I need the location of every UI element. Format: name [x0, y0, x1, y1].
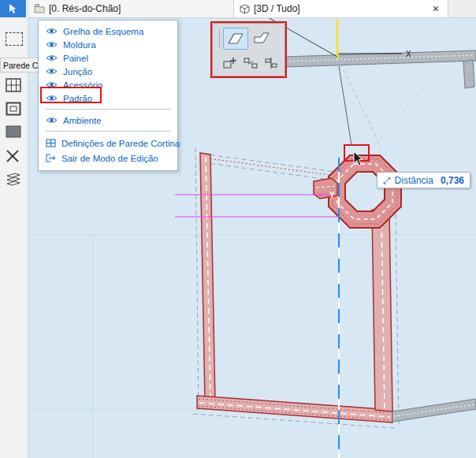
menu-item-scheme-grid[interactable]: Grelha de Esquema — [39, 24, 177, 38]
panel-tool[interactable] — [6, 125, 21, 138]
curtain-wall-left-mullion[interactable] — [200, 153, 215, 402]
junction-tool[interactable] — [6, 149, 20, 163]
panel-scheme-alt-icon — [253, 32, 270, 44]
panel-move-button[interactable] — [221, 54, 240, 73]
menu-item-accessory[interactable]: Acessório — [39, 78, 177, 91]
accessory-tool[interactable] — [6, 172, 21, 186]
menu-item-exit-edit-mode[interactable]: Sair de Modo de Edição — [39, 151, 177, 166]
menu-item-panel[interactable]: Painel — [39, 51, 177, 65]
beam-stub[interactable] — [463, 60, 474, 88]
panel-icon — [6, 125, 21, 138]
eye-icon — [46, 54, 58, 62]
menu-item-frame[interactable]: Moldura — [39, 38, 177, 51]
settings-panel-icon — [46, 139, 56, 147]
eye-icon — [46, 40, 58, 49]
distance-tooltip: ⤢ Distância 0,736 — [377, 172, 470, 188]
menu-item-label: Sair de Modo de Edição — [61, 154, 158, 163]
top-member-ghost-red — [203, 158, 347, 177]
eye-icon — [46, 67, 58, 76]
close-tab-button[interactable]: × — [430, 3, 442, 14]
tab-3d[interactable]: [3D / Tudo] × — [234, 0, 448, 17]
construction-guide — [370, 88, 422, 150]
eye-icon — [46, 116, 58, 125]
menu-separator — [45, 109, 171, 110]
eye-icon — [46, 94, 58, 102]
panel-scheme-button-selected[interactable] — [223, 28, 248, 50]
junction-icon — [6, 149, 20, 163]
menu-item-environment[interactable]: Ambiente — [39, 114, 177, 127]
accessory-icon — [6, 172, 21, 186]
tab-label: [0. Rés-do-Chão] — [49, 3, 121, 14]
menu-item-label: Ambiente — [63, 116, 102, 125]
tab-bar: [0. Rés-do-Chão] [3D / Tudo] × — [28, 0, 476, 18]
arrow-cursor-icon — [9, 3, 18, 14]
selection-outline — [396, 214, 399, 424]
top-member-ghost — [203, 154, 347, 173]
menu-item-label: Moldura — [63, 40, 96, 50]
curtain-wall-bottom-mullion[interactable] — [197, 396, 392, 423]
selection-outline — [195, 147, 199, 410]
axis-y-label: Y — [329, 191, 335, 199]
menu-item-junction[interactable]: Junção — [39, 65, 177, 78]
panel-align-icon — [264, 57, 278, 69]
menu-item-label: Junção — [63, 67, 92, 76]
tooltip-label: Distância — [395, 175, 433, 186]
application-window: X — [0, 0, 476, 458]
menu-item-curtain-wall-settings[interactable]: Definições de Parede Cortina — [39, 136, 177, 151]
construction-guide — [337, 57, 381, 148]
edge-line — [339, 66, 351, 145]
frame-tool[interactable] — [6, 102, 21, 116]
pet-palette — [212, 23, 285, 76]
scheme-grid-tool[interactable] — [6, 78, 21, 92]
panel-align-button[interactable] — [262, 54, 281, 73]
exit-icon — [46, 154, 56, 162]
cube-icon — [240, 4, 250, 14]
measure-arrows-icon: ⤢ — [383, 175, 391, 186]
axis-x-label: X — [406, 50, 411, 58]
tab-floor-plan[interactable]: [0. Rés-do-Chão] — [28, 0, 234, 17]
scheme-grid-icon — [6, 78, 21, 92]
panel-scheme-alt-button[interactable] — [250, 28, 273, 48]
menu-item-label: Acessório — [63, 80, 103, 90]
eye-icon — [46, 80, 58, 89]
select-tool[interactable] — [0, 0, 26, 17]
menu-item-label: Grelha de Esquema — [63, 27, 143, 36]
tool-sidebar: Parede C — [0, 0, 28, 458]
floor-plan-icon — [34, 4, 45, 13]
panel-swap-icon — [244, 57, 258, 69]
menu-item-label: Painel — [63, 54, 88, 63]
panel-move-icon — [223, 57, 237, 69]
palette-handle[interactable] — [219, 29, 220, 48]
tooltip-value: 0,736 — [441, 175, 464, 186]
toolbar-panel-label[interactable]: Parede C — [0, 58, 39, 73]
curtain-wall-edit-menu: Grelha de Esquema Moldura Painel Junção … — [38, 20, 178, 171]
tab-label: [3D / Tudo] — [254, 3, 300, 14]
marquee-tool[interactable] — [6, 32, 23, 46]
menu-item-label: Definições de Parede Cortina — [61, 139, 180, 148]
menu-item-pattern[interactable]: Padrão — [39, 91, 177, 105]
curtain-wall-right-mullion[interactable] — [372, 210, 392, 411]
frame-icon — [6, 102, 21, 116]
panel-scheme-icon — [227, 32, 244, 45]
menu-item-label: Padrão — [63, 94, 92, 103]
panel-swap-button[interactable] — [241, 54, 260, 73]
menu-separator — [45, 131, 171, 132]
eye-icon — [46, 27, 58, 35]
